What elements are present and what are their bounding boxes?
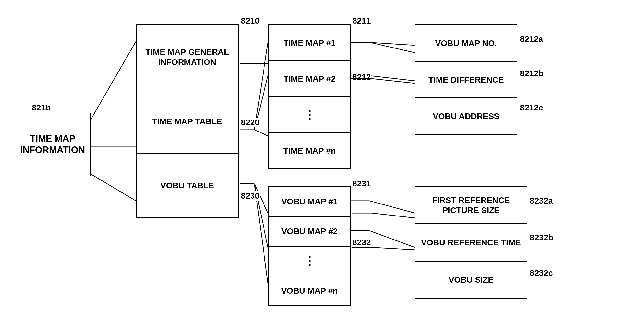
vobu-map-1: VOBU MAP #1: [269, 187, 350, 217]
tmgi-section-vobu: VOBU TABLE: [136, 154, 238, 217]
svg-line-15: [372, 76, 415, 81]
entry-vobu-size: VOBU SIZE: [416, 261, 526, 298]
entry-time-diff: TIME DIFFERENCE: [416, 62, 517, 98]
time-map-n: TIME MAP #n: [269, 133, 350, 168]
time-map-dots: ⋮: [269, 97, 350, 133]
entry-vobu-map-no: VOBU MAP NO.: [416, 25, 517, 62]
tmgi-section-table: TIME MAP TABLE: [136, 89, 238, 154]
vobu-map-2: VOBU MAP #2: [269, 217, 350, 247]
svg-line-2: [90, 174, 136, 201]
label-8212: 8212: [352, 72, 371, 82]
entry-first-ref: FIRST REFERENCE PICTURE SIZE: [416, 187, 526, 224]
svg-line-5: [254, 43, 268, 130]
vobu-map-dots: ⋮: [269, 247, 350, 276]
entry-vobu-addr: VOBU ADDRESS: [416, 98, 517, 134]
time-map-table-box: TIME MAP #1 TIME MAP #2 ⋮ TIME MAP #n: [268, 25, 351, 169]
time-map-2: TIME MAP #2: [269, 61, 350, 97]
svg-line-27: [370, 231, 415, 247]
diagram: TIME MAP INFORMATION 821b TIME MAP GENER…: [0, 0, 644, 324]
label-8232b: 8232b: [530, 233, 553, 242]
label-8231: 8231: [352, 179, 371, 188]
time-map-info-box: TIME MAP INFORMATION: [15, 113, 90, 176]
label-8220: 8220: [241, 118, 260, 127]
label-8232a: 8232a: [530, 196, 553, 205]
label-8212a: 8212a: [520, 34, 543, 44]
svg-line-19: [372, 247, 415, 250]
label-8211: 8211: [352, 16, 371, 26]
time-map-1: TIME MAP #1: [269, 25, 350, 61]
tmgi-section-general: TIME MAP GENERAL INFORMATION: [136, 25, 238, 89]
vobu-map-n: VOBU MAP #n: [269, 276, 350, 305]
time-map-entry-box: VOBU MAP NO. TIME DIFFERENCE VOBU ADDRES…: [415, 25, 518, 135]
label-8230: 8230: [241, 191, 260, 201]
svg-line-21: [370, 42, 415, 45]
tmgi-box: TIME MAP GENERAL INFORMATION TIME MAP TA…: [136, 25, 238, 218]
svg-line-0: [90, 42, 136, 120]
svg-line-13: [372, 43, 415, 53]
label-8210: 8210: [241, 16, 260, 26]
svg-line-7: [254, 130, 268, 136]
entry-vobu-ref-time: VOBU REFERENCE TIME: [416, 224, 526, 261]
time-map-info-label: TIME MAP INFORMATION: [16, 133, 90, 156]
svg-line-17: [372, 213, 415, 218]
vobu-map-table-box: VOBU MAP #1 VOBU MAP #2 ⋮ VOBU MAP #n: [268, 186, 351, 306]
label-8212c: 8212c: [520, 103, 543, 112]
label-8232: 8232: [352, 237, 371, 247]
label-8232c: 8232c: [530, 268, 553, 278]
label-821b: 821b: [32, 103, 51, 112]
svg-line-23: [370, 78, 415, 83]
svg-line-25: [370, 201, 415, 213]
vobu-map-entry-box: FIRST REFERENCE PICTURE SIZE VOBU REFERE…: [415, 186, 527, 299]
label-8212b: 8212b: [520, 69, 544, 78]
